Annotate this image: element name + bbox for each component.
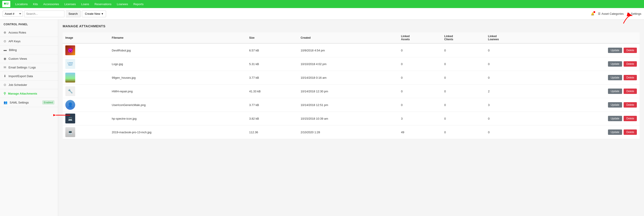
delete-button[interactable]: Delete	[624, 89, 637, 94]
row-image: 👤	[63, 98, 109, 112]
sidebar-title: CONTROL PANEL	[0, 20, 58, 28]
delete-button[interactable]: Delete	[624, 129, 637, 135]
row-size: 3.77 kB	[246, 71, 298, 84]
update-button[interactable]: Update	[608, 116, 622, 121]
billing-icon: ▬	[4, 48, 7, 52]
sidebar-item-manage-attachments[interactable]: ⚲ Manage Attachments	[0, 89, 58, 98]
custom-views-icon: ◉	[4, 57, 6, 60]
table-row: 💻 hp-spectre-icon.jpg 3.82 kB 10/15/2018…	[63, 112, 640, 125]
row-actions: Update Delete	[535, 43, 640, 57]
update-button[interactable]: Update	[608, 129, 622, 135]
asset-type-select[interactable]: Asset # Serial # Name	[3, 11, 23, 17]
row-image: LOGOTEXT	[63, 57, 109, 71]
delete-button[interactable]: Delete	[624, 75, 637, 80]
row-linked-assets: 3	[398, 112, 442, 125]
update-button[interactable]: Update	[608, 75, 622, 80]
sidebar-item-email-settings[interactable]: ✉ Email Settings / Logs	[0, 63, 58, 72]
notifications-bell[interactable]: 🔔	[591, 12, 594, 15]
table-row: 👤 UserIconGenericMale.png 3.77 kB 10/14/…	[63, 98, 640, 112]
nav-loanees[interactable]: Loanees	[114, 0, 131, 8]
row-linked-loanees: 0	[485, 112, 535, 125]
row-image: 🔧	[63, 84, 109, 98]
table-row: LOGOTEXT Logo.jpg 5.31 kB 10/10/2018 4:0…	[63, 57, 640, 71]
row-actions: Update Delete	[535, 84, 640, 98]
nav-reports[interactable]: Reports	[131, 0, 146, 8]
toolbar-right: 🔔 ☰ Asset Categories ⚙ Settings	[591, 12, 641, 15]
row-linked-loanees: 0	[485, 125, 535, 139]
row-filename: Logo.jpg	[109, 57, 246, 71]
delete-button[interactable]: Delete	[624, 116, 637, 121]
sidebar-item-saml-settings[interactable]: 👥 SAML Settings Enabled	[0, 98, 58, 107]
row-filename: UserIconGenericMale.png	[109, 98, 246, 112]
update-button[interactable]: Update	[608, 102, 622, 108]
nav-licenses[interactable]: Licenses	[62, 0, 78, 8]
row-filename: 2019-macbook-pro-13-inch.jpg	[109, 125, 246, 139]
row-linked-assets: 0	[398, 57, 442, 71]
col-header-linked-clients: LinkedClients	[442, 32, 485, 43]
row-actions: Update Delete	[535, 57, 640, 71]
sidebar-item-billing[interactable]: ▬ Billing	[0, 46, 58, 54]
row-linked-clients: 0	[442, 71, 485, 84]
row-size: 3.77 kB	[246, 98, 298, 112]
row-created: 10/15/2018 10:39 am	[298, 112, 398, 125]
row-linked-loanees: 0	[485, 71, 535, 84]
nav-kits[interactable]: Kits	[30, 0, 41, 8]
nav-locations[interactable]: Locations	[12, 0, 30, 8]
col-header-created: Created	[298, 32, 398, 43]
enabled-badge: Enabled	[42, 100, 54, 104]
asset-categories-link[interactable]: ☰ Asset Categories	[598, 12, 624, 15]
delete-button[interactable]: Delete	[624, 102, 637, 108]
sidebar-item-import-export[interactable]: ⬇ Import/Export Data	[0, 72, 58, 80]
col-header-actions	[535, 32, 640, 43]
col-header-linked-assets: LinkedAssets	[398, 32, 442, 43]
row-linked-clients: 0	[442, 125, 485, 139]
create-new-button[interactable]: Create New ▾	[82, 10, 106, 17]
list-icon: ☰	[598, 12, 600, 15]
row-linked-assets: 49	[398, 125, 442, 139]
row-size: 3.82 kB	[246, 112, 298, 125]
api-keys-icon: ⊙	[4, 39, 6, 43]
col-header-image: Image	[63, 32, 109, 43]
settings-link[interactable]: ⚙ Settings	[627, 12, 641, 15]
svg-rect-2	[6, 3, 7, 3]
search-button[interactable]: Search	[66, 10, 80, 17]
access-roles-icon: ⊕	[4, 31, 6, 34]
row-size: 6.57 kB	[246, 43, 298, 57]
row-linked-loanees: 3	[485, 98, 535, 112]
nav-reservations[interactable]: Reservations	[92, 0, 114, 8]
row-linked-loanees: 0	[485, 57, 535, 71]
row-image: 💻	[63, 125, 109, 139]
svg-rect-4	[6, 4, 8, 4]
search-input[interactable]	[24, 10, 64, 17]
row-filename: hp-spectre-icon.jpg	[109, 112, 246, 125]
notification-badge	[594, 11, 595, 13]
sidebar-item-job-scheduler[interactable]: ⊙ Job Scheduler	[0, 80, 58, 89]
saml-icon: 👥	[4, 101, 8, 104]
update-button[interactable]: Update	[608, 89, 622, 94]
row-size: 41.33 kB	[246, 84, 298, 98]
sidebar-item-custom-views[interactable]: ◉ Custom Views	[0, 54, 58, 63]
row-actions: Update Delete	[535, 125, 640, 139]
row-filename: HWH-repair.png	[109, 84, 246, 98]
toolbar: Asset # Serial # Name Search Create New …	[0, 8, 644, 20]
attachments-table: Image Filename Size Created LinkedAssets…	[63, 32, 640, 139]
row-image	[63, 71, 109, 84]
row-actions: Update Delete	[535, 71, 640, 84]
row-linked-assets: 0	[398, 84, 442, 98]
nav-accessories[interactable]: Accessories	[40, 0, 62, 8]
col-header-linked-loanees: LinkedLoanees	[485, 32, 535, 43]
update-button[interactable]: Update	[608, 61, 622, 67]
delete-button[interactable]: Delete	[624, 61, 637, 67]
row-created: 10/14/2018 0:16 am	[298, 71, 398, 84]
sidebar-item-api-keys[interactable]: ⊙ API Keys	[0, 37, 58, 46]
update-button[interactable]: Update	[608, 48, 622, 53]
sidebar-item-access-roles[interactable]: ⊕ Access Roles	[0, 28, 58, 37]
row-linked-assets: 0	[398, 43, 442, 57]
row-linked-clients: 0	[442, 57, 485, 71]
nav-loans[interactable]: Loans	[78, 0, 92, 8]
table-row: 💻 2019-macbook-pro-13-inch.jpg 112.36 2/…	[63, 125, 640, 139]
delete-button[interactable]: Delete	[624, 48, 637, 53]
row-created: 10/10/2018 4:02 pm	[298, 57, 398, 71]
table-row: 🔧 HWH-repair.png 41.33 kB 10/14/2018 12:…	[63, 84, 640, 98]
import-export-icon: ⬇	[4, 74, 6, 78]
